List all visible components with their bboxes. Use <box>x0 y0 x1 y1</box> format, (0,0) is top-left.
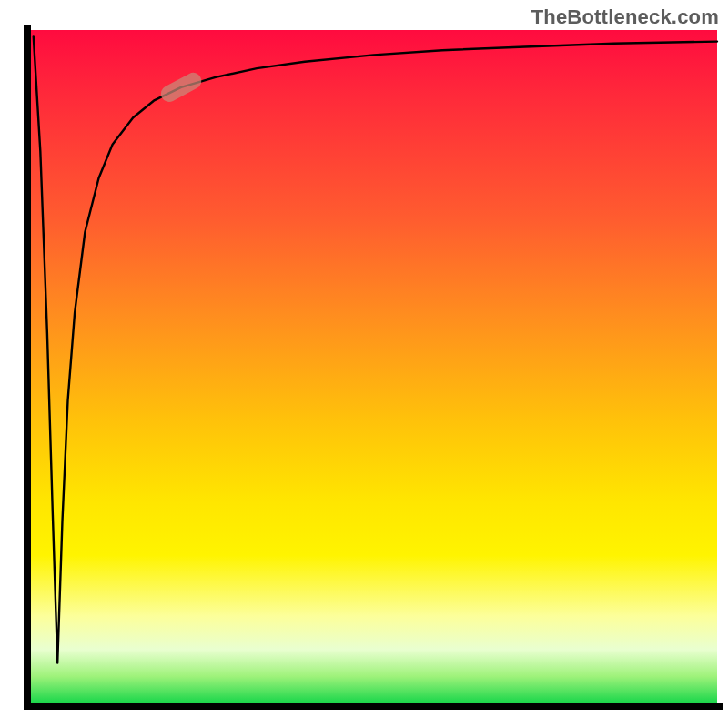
curve-marker-pill <box>158 70 205 105</box>
curve-layer <box>30 30 717 703</box>
x-axis <box>24 703 723 710</box>
attribution-watermark: TheBottleneck.com <box>531 5 719 29</box>
bottleneck-curve <box>34 36 717 662</box>
chart-stage: TheBottleneck.com <box>0 0 728 728</box>
